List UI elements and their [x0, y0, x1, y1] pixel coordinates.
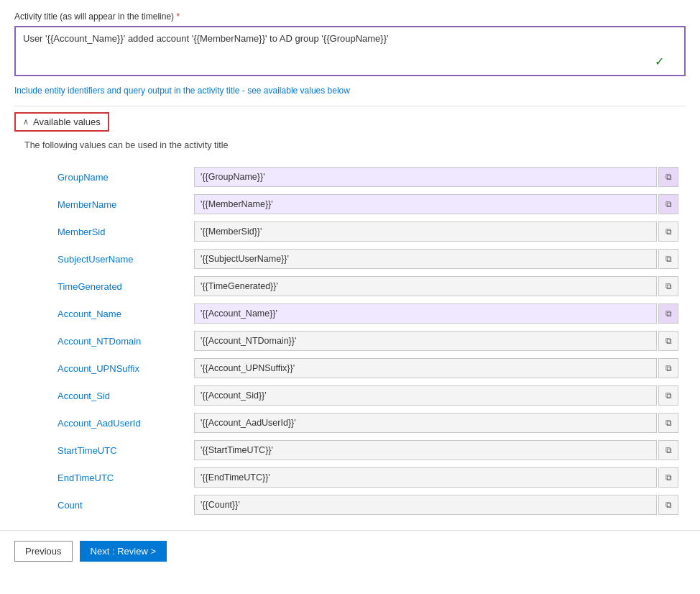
table-row: EndTimeUTC⧉	[14, 464, 686, 491]
chevron-up-icon: ∧	[23, 117, 29, 127]
value-field-cell: ⧉	[187, 355, 686, 382]
value-name: Account_UPNSuffix	[14, 355, 187, 382]
copy-icon: ⧉	[666, 199, 672, 209]
copy-icon: ⧉	[666, 172, 672, 182]
value-name: MemberSid	[14, 218, 187, 245]
value-field-cell: ⧉	[187, 163, 686, 191]
value-name: Account_AadUserId	[14, 409, 187, 437]
value-field-cell: ⧉	[187, 382, 686, 409]
copy-button[interactable]: ⧉	[658, 276, 678, 296]
value-field-cell: ⧉	[187, 245, 686, 273]
value-name: Count	[14, 491, 187, 518]
value-field-cell: ⧉	[187, 300, 686, 327]
copy-button[interactable]: ⧉	[658, 167, 678, 187]
values-table: GroupName⧉MemberName⧉MemberSid⧉SubjectUs…	[14, 163, 686, 518]
previous-button[interactable]: Previous	[14, 541, 73, 562]
copy-icon: ⧉	[666, 500, 672, 510]
copy-button[interactable]: ⧉	[658, 221, 678, 242]
value-field-cell: ⧉	[187, 437, 686, 464]
copy-icon: ⧉	[666, 472, 672, 483]
info-text: Include entity identifiers and query out…	[14, 86, 686, 96]
value-name: StartTimeUTC	[14, 437, 187, 464]
value-name: Account_Sid	[14, 382, 187, 409]
copy-icon: ⧉	[666, 390, 672, 401]
table-row: StartTimeUTC⧉	[14, 437, 686, 464]
table-row: MemberSid⧉	[14, 218, 686, 245]
next-review-button[interactable]: Next : Review >	[80, 541, 167, 562]
copy-button[interactable]: ⧉	[658, 331, 678, 351]
copy-button[interactable]: ⧉	[658, 467, 678, 488]
copy-icon: ⧉	[666, 363, 672, 373]
value-field-cell: ⧉	[187, 327, 686, 355]
copy-button[interactable]: ⧉	[658, 495, 678, 515]
copy-button[interactable]: ⧉	[658, 358, 678, 378]
copy-button[interactable]: ⧉	[658, 249, 678, 269]
copy-icon: ⧉	[666, 445, 672, 455]
value-input[interactable]	[194, 331, 657, 351]
value-input[interactable]	[194, 467, 657, 488]
value-input[interactable]	[194, 413, 657, 433]
value-name: SubjectUserName	[14, 245, 187, 273]
value-field-cell: ⧉	[187, 191, 686, 218]
textarea-wrapper: ✓	[14, 26, 686, 78]
value-input[interactable]	[194, 249, 657, 269]
value-input[interactable]	[194, 194, 657, 214]
copy-icon: ⧉	[666, 227, 672, 237]
value-name: GroupName	[14, 163, 187, 191]
value-name: EndTimeUTC	[14, 464, 187, 491]
table-row: Account_AadUserId⧉	[14, 409, 686, 437]
copy-button[interactable]: ⧉	[658, 440, 678, 460]
value-field-cell: ⧉	[187, 409, 686, 437]
table-row: GroupName⧉	[14, 163, 686, 191]
table-row: Account_NTDomain⧉	[14, 327, 686, 355]
available-values-label: Available values	[33, 116, 101, 127]
value-input[interactable]	[194, 495, 657, 515]
copy-button[interactable]: ⧉	[658, 413, 678, 433]
value-input[interactable]	[194, 385, 657, 406]
value-input[interactable]	[194, 167, 657, 187]
required-marker: *	[176, 12, 180, 22]
copy-icon: ⧉	[666, 418, 672, 428]
value-name: MemberName	[14, 191, 187, 218]
table-row: Count⧉	[14, 491, 686, 518]
table-row: Account_Sid⧉	[14, 382, 686, 409]
table-row: MemberName⧉	[14, 191, 686, 218]
copy-button[interactable]: ⧉	[658, 385, 678, 406]
value-input[interactable]	[194, 276, 657, 296]
value-field-cell: ⧉	[187, 491, 686, 518]
divider-top	[14, 106, 686, 106]
value-input[interactable]	[194, 358, 657, 378]
table-row: SubjectUserName⧉	[14, 245, 686, 273]
values-description: The following values can be used in the …	[24, 140, 686, 150]
footer: Previous Next : Review >	[0, 531, 700, 572]
available-values-toggle[interactable]: ∧ Available values	[14, 112, 109, 132]
table-row: Account_UPNSuffix⧉	[14, 355, 686, 382]
copy-icon: ⧉	[666, 336, 672, 346]
value-field-cell: ⧉	[187, 273, 686, 300]
copy-icon: ⧉	[666, 309, 672, 319]
copy-button[interactable]: ⧉	[658, 194, 678, 214]
value-input[interactable]	[194, 440, 657, 460]
value-input[interactable]	[194, 303, 657, 324]
value-name: Account_NTDomain	[14, 327, 187, 355]
value-field-cell: ⧉	[187, 464, 686, 491]
copy-button[interactable]: ⧉	[658, 303, 678, 324]
value-field-cell: ⧉	[187, 218, 686, 245]
activity-title-input[interactable]	[14, 26, 686, 76]
field-label: Activity title (as will appear in the ti…	[14, 12, 686, 22]
label-text: Activity title (as will appear in the ti…	[14, 12, 174, 22]
value-input[interactable]	[194, 221, 657, 242]
value-name: TimeGenerated	[14, 273, 187, 300]
value-name: Account_Name	[14, 300, 187, 327]
table-row: TimeGenerated⧉	[14, 273, 686, 300]
table-row: Account_Name⧉	[14, 300, 686, 327]
copy-icon: ⧉	[666, 281, 672, 291]
checkmark-icon: ✓	[655, 55, 664, 68]
copy-icon: ⧉	[666, 254, 672, 264]
